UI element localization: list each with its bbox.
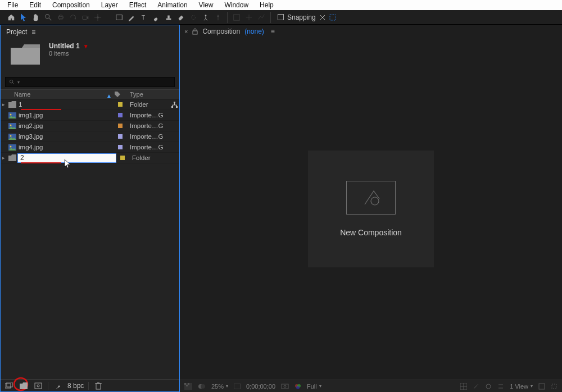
- guide-icon[interactable]: [473, 383, 479, 390]
- rotate-tool-icon[interactable]: [67, 12, 79, 23]
- image-icon: [6, 123, 19, 129]
- home-icon[interactable]: [6, 12, 17, 23]
- image-icon: [6, 112, 19, 118]
- menu-file[interactable]: File: [2, 1, 23, 10]
- project-panel-title[interactable]: Project: [6, 28, 27, 36]
- expand-caret-icon[interactable]: ▸: [1, 155, 6, 161]
- mesh-tool-icon[interactable]: [243, 12, 255, 23]
- zoom-tool-icon[interactable]: [43, 12, 54, 23]
- color-depth-icon[interactable]: [53, 381, 63, 391]
- menu-help[interactable]: Help: [255, 1, 279, 10]
- svg-point-42: [371, 197, 379, 205]
- item-type: Importe…G: [126, 122, 169, 129]
- lock-icon[interactable]: [192, 28, 198, 35]
- rect-tool-icon[interactable]: [114, 12, 125, 23]
- menu-window[interactable]: Window: [219, 1, 253, 10]
- snapping-toggle[interactable]: Snapping: [278, 13, 336, 21]
- folder-icon: [6, 154, 19, 161]
- item-type: Folder: [126, 101, 169, 108]
- snapshot-icon[interactable]: [281, 383, 289, 389]
- resolution-label[interactable]: Full ▾: [307, 383, 321, 390]
- hand-tool-icon[interactable]: [30, 12, 42, 23]
- rename-input[interactable]: [17, 153, 116, 163]
- list-item[interactable]: img2.jpg Importe…G: [1, 121, 179, 131]
- new-composition-icon[interactable]: [33, 381, 43, 391]
- column-name[interactable]: Name▲: [6, 91, 114, 98]
- item-name[interactable]: img4.jpg: [19, 144, 114, 151]
- new-folder-icon[interactable]: [19, 381, 29, 391]
- pen-tool-icon[interactable]: [126, 12, 137, 23]
- svg-rect-10: [166, 18, 171, 20]
- project-panel-menu-icon[interactable]: ≡: [31, 28, 35, 36]
- timecode[interactable]: 0;00;00;00: [246, 383, 275, 390]
- menu-effect[interactable]: Effect: [124, 1, 151, 10]
- camera-tool-icon[interactable]: [80, 12, 91, 23]
- channel-icon[interactable]: [294, 383, 301, 390]
- tag-swatch[interactable]: [118, 145, 123, 149]
- svg-point-12: [192, 15, 196, 19]
- item-type: Importe…G: [126, 133, 169, 140]
- toggle-mask-icon[interactable]: [198, 383, 206, 390]
- adjust-icon[interactable]: [497, 383, 504, 390]
- menu-view[interactable]: View: [194, 1, 219, 10]
- menu-animation[interactable]: Animation: [152, 1, 192, 10]
- color-depth-label[interactable]: 8 bpc: [67, 382, 84, 390]
- svg-rect-61: [539, 384, 545, 389]
- puppet-tool-icon[interactable]: [200, 12, 211, 23]
- eraser-tool-icon[interactable]: [175, 12, 187, 23]
- region-icon[interactable]: [551, 383, 558, 390]
- tag-swatch[interactable]: [118, 134, 123, 139]
- panel-menu-icon[interactable]: ≡: [271, 28, 275, 35]
- asset-dropdown-icon[interactable]: ▼: [83, 43, 89, 49]
- view-options-icon[interactable]: [538, 383, 545, 390]
- column-type[interactable]: Type: [126, 91, 169, 98]
- resolution-dropdown[interactable]: [234, 384, 241, 389]
- column-tag-icon[interactable]: [114, 91, 126, 98]
- toggle-alpha-icon[interactable]: [184, 383, 192, 390]
- tag-swatch[interactable]: [118, 113, 123, 117]
- menu-edit[interactable]: Edit: [24, 1, 46, 10]
- tag-swatch[interactable]: [118, 124, 123, 128]
- selection-tool-icon[interactable]: [18, 12, 29, 23]
- item-name[interactable]: 1: [19, 101, 114, 108]
- graph-tool-icon[interactable]: [256, 12, 267, 23]
- item-name[interactable]: img2.jpg: [19, 122, 114, 129]
- exposure-icon[interactable]: [485, 383, 492, 390]
- pin-tool-icon[interactable]: [212, 12, 224, 23]
- mask-tool-icon[interactable]: [231, 12, 242, 23]
- type-tool-icon[interactable]: T: [138, 12, 149, 23]
- project-panel: Project ≡ Untitled 1 ▼ 0 items ▾ N: [0, 25, 180, 392]
- new-composition-button[interactable]: New Composition: [308, 151, 434, 267]
- tag-swatch[interactable]: [118, 102, 123, 107]
- project-search-input[interactable]: ▾: [5, 77, 175, 87]
- item-name[interactable]: img3.jpg: [19, 133, 114, 140]
- tag-swatch[interactable]: [120, 156, 125, 160]
- svg-point-28: [10, 124, 12, 126]
- stamp-tool-icon[interactable]: [163, 12, 174, 23]
- trash-icon[interactable]: [93, 381, 103, 391]
- interpret-footage-icon[interactable]: [4, 381, 14, 391]
- list-item[interactable]: img4.jpg Importe…G: [1, 142, 179, 153]
- orbit-tool-icon[interactable]: [55, 12, 66, 23]
- folder-icon: [6, 101, 19, 108]
- svg-rect-4: [83, 16, 87, 19]
- view-layout-dropdown[interactable]: 1 View ▾: [510, 383, 533, 390]
- list-item[interactable]: img3.jpg Importe…G: [1, 131, 179, 142]
- rotobrush-tool-icon[interactable]: [188, 12, 199, 23]
- menu-bar: File Edit Composition Layer Effect Anima…: [0, 0, 562, 10]
- svg-rect-46: [186, 385, 188, 386]
- flowchart-icon[interactable]: [169, 102, 179, 108]
- item-name[interactable]: img1.jpg: [19, 112, 114, 118]
- list-item[interactable]: img1.jpg Importe…G: [1, 110, 179, 121]
- menu-layer[interactable]: Layer: [96, 1, 123, 10]
- grid-icon[interactable]: [460, 383, 467, 390]
- composition-name[interactable]: (none): [244, 28, 264, 35]
- close-tab-icon[interactable]: ×: [184, 28, 188, 35]
- expand-caret-icon[interactable]: ▸: [1, 102, 6, 107]
- svg-point-30: [10, 135, 12, 136]
- brush-tool-icon[interactable]: [151, 12, 162, 23]
- zoom-dropdown[interactable]: 25% ▾: [211, 383, 228, 390]
- anchor-tool-icon[interactable]: [92, 12, 103, 23]
- menu-composition[interactable]: Composition: [47, 1, 95, 10]
- folder-thumb-icon: [10, 42, 41, 67]
